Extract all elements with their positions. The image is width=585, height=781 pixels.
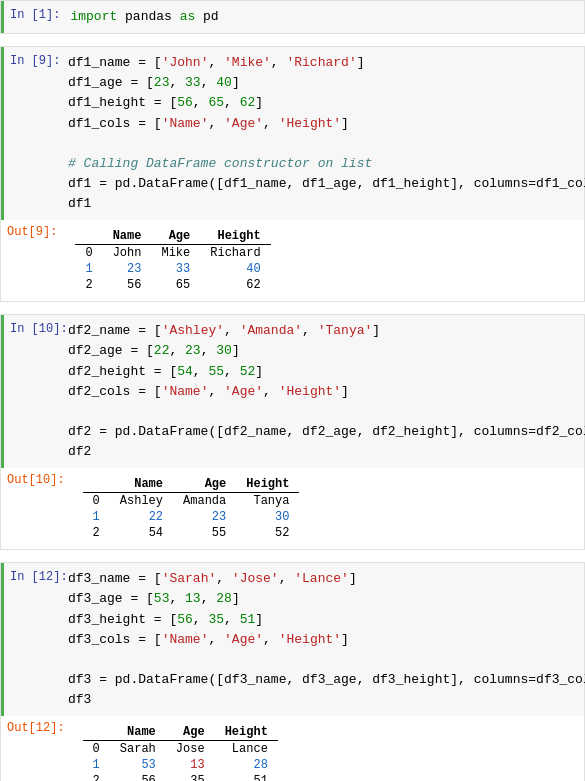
table-cell: 56: [110, 773, 166, 781]
table-cell: Lance: [215, 741, 278, 758]
output-content-9: Name Age Height 0 John Mike Richard 1 23: [63, 224, 584, 297]
table-header-age: Age: [166, 724, 215, 741]
code-line: df1_name = ['John', 'Mike', 'Richard']: [68, 53, 585, 73]
table-cell: 35: [166, 773, 215, 781]
table-row: 0 John Mike Richard: [75, 245, 270, 262]
separator: [0, 38, 585, 46]
table-row: 2 56 35 51: [83, 773, 278, 781]
code-line: [68, 402, 585, 422]
cell-output-12: Out[12]: Name Age Height 0 Sarah Jose: [1, 716, 584, 781]
table-cell: 52: [236, 525, 299, 541]
code-line: [68, 134, 585, 154]
table-cell: 33: [151, 261, 200, 277]
table-header-name: Name: [103, 228, 152, 245]
table-cell: Richard: [200, 245, 270, 262]
cell-input-12: In [12]: df3_name = ['Sarah', 'Jose', 'L…: [1, 563, 584, 716]
table-row: 1 23 33 40: [75, 261, 270, 277]
table-cell: 13: [166, 757, 215, 773]
table-cell: Jose: [166, 741, 215, 758]
table-cell: 40: [200, 261, 270, 277]
table-cell: 51: [215, 773, 278, 781]
table-cell: Tanya: [236, 493, 299, 510]
input-label-9: In [9]:: [4, 53, 64, 214]
code-line: df1: [68, 194, 585, 214]
input-label-10: In [10]:: [4, 321, 64, 462]
input-label-1: In [1]:: [4, 7, 66, 27]
table-cell-idx: 1: [75, 261, 102, 277]
output-label-10: Out[10]:: [1, 472, 71, 545]
table-header-name: Name: [110, 476, 173, 493]
code-line: df1_age = [23, 33, 40]: [68, 73, 585, 93]
table-row: 0 Sarah Jose Lance: [83, 741, 278, 758]
separator: [0, 306, 585, 314]
table-cell: Mike: [151, 245, 200, 262]
cell-input-import: In [1]: import pandas as pd: [1, 1, 584, 33]
table-cell: 55: [173, 525, 236, 541]
table-cell: 28: [215, 757, 278, 773]
code-line: df3_name = ['Sarah', 'Jose', 'Lance']: [68, 569, 585, 589]
output-label-9: Out[9]:: [1, 224, 63, 297]
table-cell: 62: [200, 277, 270, 293]
table-cell: 23: [103, 261, 152, 277]
dataframe-table-9: Name Age Height 0 John Mike Richard 1 23: [75, 228, 270, 293]
table-header-height: Height: [200, 228, 270, 245]
code-line: df3_cols = ['Name', 'Age', 'Height']: [68, 630, 585, 650]
table-cell-idx: 1: [83, 757, 110, 773]
table-cell-idx: 0: [75, 245, 102, 262]
table-cell-idx: 0: [83, 741, 110, 758]
code-line: df1_cols = ['Name', 'Age', 'Height']: [68, 114, 585, 134]
table-cell-idx: 2: [83, 525, 110, 541]
table-cell: Amanda: [173, 493, 236, 510]
code-line: df3_age = [53, 13, 28]: [68, 589, 585, 609]
table-cell: 65: [151, 277, 200, 293]
cell-output-9: Out[9]: Name Age Height 0 John Mike: [1, 220, 584, 301]
cell-10: In [10]: df2_name = ['Ashley', 'Amanda',…: [0, 314, 585, 550]
input-label-12: In [12]:: [4, 569, 64, 710]
code-line: df2_height = [54, 55, 52]: [68, 362, 585, 382]
table-row: 2 54 55 52: [83, 525, 300, 541]
cell-9: In [9]: df1_name = ['John', 'Mike', 'Ric…: [0, 46, 585, 302]
table-cell: 30: [236, 509, 299, 525]
code-line: [68, 650, 585, 670]
code-block-10: df2_name = ['Ashley', 'Amanda', 'Tanya']…: [64, 321, 585, 462]
code-block-1: import pandas as pd: [66, 7, 584, 27]
table-header-row: Name Age Height: [75, 228, 270, 245]
table-cell: Sarah: [110, 741, 166, 758]
cell-12: In [12]: df3_name = ['Sarah', 'Jose', 'L…: [0, 562, 585, 781]
table-row: 2 56 65 62: [75, 277, 270, 293]
table-header-row: Name Age Height: [83, 476, 300, 493]
table-cell: Ashley: [110, 493, 173, 510]
table-cell: 53: [110, 757, 166, 773]
code-block-9: df1_name = ['John', 'Mike', 'Richard'] d…: [64, 53, 585, 214]
table-cell-idx: 2: [75, 277, 102, 293]
table-header-height: Height: [236, 476, 299, 493]
code-line-comment: # Calling DataFrame constructor on list: [68, 154, 585, 174]
table-header-row: Name Age Height: [83, 724, 278, 741]
code-line: df2 = pd.DataFrame([df2_name, df2_age, d…: [68, 422, 585, 442]
table-row: 1 53 13 28: [83, 757, 278, 773]
separator: [0, 554, 585, 562]
cell-import: In [1]: import pandas as pd: [0, 0, 585, 34]
dataframe-table-10: Name Age Height 0 Ashley Amanda Tanya 1 …: [83, 476, 300, 541]
code-line: import pandas as pd: [70, 7, 580, 27]
table-cell-idx: 0: [83, 493, 110, 510]
table-header-height: Height: [215, 724, 278, 741]
output-content-10: Name Age Height 0 Ashley Amanda Tanya 1 …: [71, 472, 584, 545]
code-line: df3 = pd.DataFrame([df3_name, df3_age, d…: [68, 670, 585, 690]
code-line: df2_cols = ['Name', 'Age', 'Height']: [68, 382, 585, 402]
code-line: df3_height = [56, 35, 51]: [68, 610, 585, 630]
table-cell: 22: [110, 509, 173, 525]
table-cell-idx: 2: [83, 773, 110, 781]
table-cell: John: [103, 245, 152, 262]
cell-output-10: Out[10]: Name Age Height 0 Ashley Amanda: [1, 468, 584, 549]
table-header-idx: [83, 724, 110, 741]
table-cell: 56: [103, 277, 152, 293]
table-cell-idx: 1: [83, 509, 110, 525]
output-label-12: Out[12]:: [1, 720, 71, 781]
code-line: df1 = pd.DataFrame([df1_name, df1_age, d…: [68, 174, 585, 194]
table-header-age: Age: [173, 476, 236, 493]
table-cell: 23: [173, 509, 236, 525]
output-content-12: Name Age Height 0 Sarah Jose Lance 1 53: [71, 720, 584, 781]
table-cell: 54: [110, 525, 173, 541]
cell-input-9: In [9]: df1_name = ['John', 'Mike', 'Ric…: [1, 47, 584, 220]
